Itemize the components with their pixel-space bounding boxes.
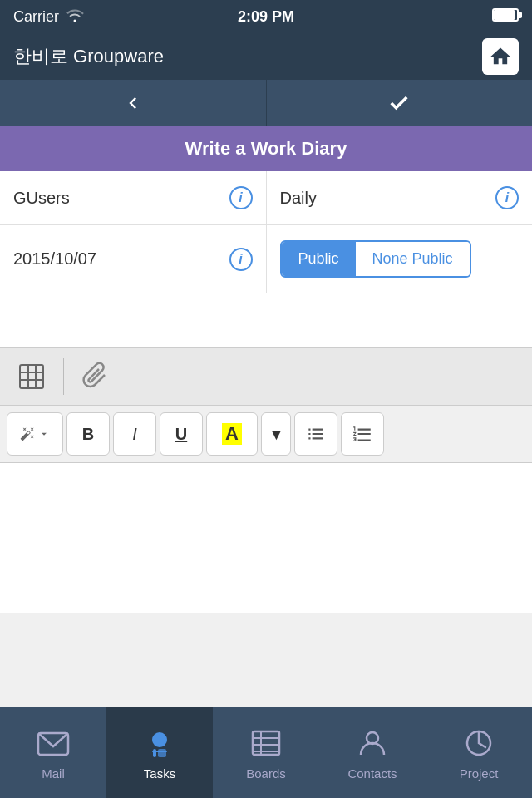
date-label: 2015/10/07: [13, 249, 96, 268]
tab-mail[interactable]: Mail: [0, 707, 106, 798]
tab-bar: Mail Tasks Boards Contacts: [0, 707, 532, 798]
tab-contacts[interactable]: Contacts: [319, 707, 426, 798]
battery-indicator: [492, 8, 519, 26]
date-cell: 2015/10/07 i: [0, 225, 267, 293]
tab-project[interactable]: Project: [426, 707, 532, 798]
bold-button[interactable]: B: [66, 412, 110, 456]
svg-rect-8: [158, 749, 166, 757]
insert-table-button[interactable]: [10, 355, 53, 398]
form-row-date-visibility: 2015/10/07 i Public None Public: [0, 225, 532, 293]
public-toggle[interactable]: Public: [282, 242, 356, 276]
magic-button[interactable]: [7, 412, 63, 456]
date-info-button[interactable]: i: [229, 248, 253, 271]
confirm-button[interactable]: [267, 80, 533, 126]
toolbar-divider: [63, 358, 64, 395]
status-bar: Carrier 2:09 PM: [0, 0, 532, 33]
font-color-button[interactable]: A: [206, 412, 258, 456]
tab-contacts-label: Contacts: [347, 766, 397, 781]
list-ol-button[interactable]: [341, 412, 384, 456]
tab-boards-label: Boards: [246, 766, 286, 781]
font-color-a-label: A: [222, 423, 242, 445]
tab-project-label: Project: [460, 766, 499, 781]
visibility-cell: Public None Public: [267, 225, 533, 293]
status-time: 2:09 PM: [238, 8, 294, 25]
diary-title-input[interactable]: [13, 302, 519, 338]
editor-area[interactable]: [0, 463, 532, 613]
app-title: 한비로 Groupware: [13, 44, 164, 69]
tab-tasks[interactable]: Tasks: [106, 707, 213, 798]
wifi-icon: [66, 7, 84, 26]
underline-button[interactable]: U: [160, 412, 203, 456]
tab-boards[interactable]: Boards: [213, 707, 319, 798]
page-title: Write a Work Diary: [185, 138, 347, 159]
app-header: 한비로 Groupware: [0, 33, 532, 80]
form-area: GUsers i Daily i 2015/10/07 i Public Non…: [0, 171, 532, 347]
tab-mail-label: Mail: [42, 766, 65, 781]
user-label: GUsers: [13, 189, 70, 208]
italic-button[interactable]: I: [113, 412, 156, 456]
format-toolbar: B I U A ▾: [0, 406, 532, 463]
form-row-user-frequency: GUsers i Daily i: [0, 171, 532, 225]
attach-file-button[interactable]: [74, 355, 117, 398]
visibility-toggle: Public None Public: [280, 240, 471, 278]
tab-tasks-label: Tasks: [144, 766, 175, 781]
user-info-button[interactable]: i: [229, 186, 253, 209]
frequency-info-button[interactable]: i: [495, 186, 519, 209]
frequency-label: Daily: [280, 189, 317, 208]
user-cell: GUsers i: [0, 171, 267, 224]
svg-point-6: [152, 732, 167, 747]
svg-rect-7: [153, 749, 156, 757]
editor-toolbar-top: [0, 347, 532, 406]
svg-rect-9: [152, 751, 167, 752]
nav-bar: [0, 80, 532, 126]
home-button[interactable]: [482, 38, 519, 75]
page-title-bar: Write a Work Diary: [0, 126, 532, 171]
list-ul-button[interactable]: [294, 412, 337, 456]
svg-rect-0: [20, 365, 43, 388]
title-input-row: [0, 293, 532, 347]
carrier-label: Carrier: [13, 8, 59, 26]
font-color-arrow[interactable]: ▾: [261, 412, 291, 456]
none-public-toggle[interactable]: None Public: [356, 242, 470, 276]
frequency-cell: Daily i: [267, 171, 533, 224]
back-button[interactable]: [0, 80, 267, 126]
